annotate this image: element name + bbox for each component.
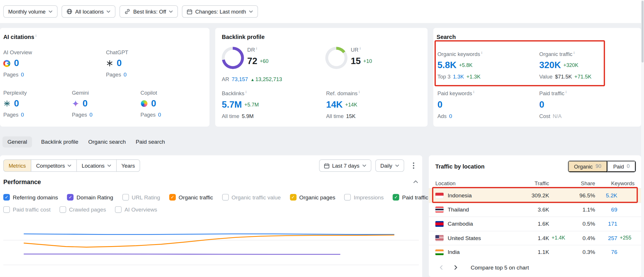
- best-links-filter[interactable]: Best links: Off: [120, 5, 178, 18]
- keywords-link[interactable]: 257: [595, 235, 617, 241]
- traffic-table-rows: Indonesia 309.2K 96.5% 5.2K Thailand 3.6…: [429, 188, 641, 259]
- column-location: Location: [435, 180, 521, 186]
- checkbox-referring-domains[interactable]: Referring domains: [3, 194, 58, 201]
- traffic-by-location-panel: Traffic by location Organic90 Paid0 Loca…: [429, 155, 641, 277]
- column-keywords: Keywords: [595, 180, 635, 186]
- chevron-left-icon[interactable]: [435, 262, 447, 273]
- tab-general[interactable]: General: [3, 136, 32, 147]
- locations-button[interactable]: Locations: [76, 160, 117, 172]
- granularity-button[interactable]: Daily: [375, 160, 404, 172]
- checkbox-url-rating[interactable]: URL Rating: [122, 194, 160, 201]
- pages-value[interactable]: 0: [89, 112, 92, 118]
- locations-filter[interactable]: All locations: [62, 5, 116, 18]
- tab-paid-search[interactable]: Paid search: [135, 136, 166, 147]
- performance-header: Performance: [3, 178, 418, 185]
- organic-traffic-value[interactable]: 320K: [539, 60, 561, 71]
- checkbox-ai-overviews[interactable]: AI Overviews: [115, 206, 157, 213]
- google-icon: [3, 60, 10, 67]
- checkbox-box: [60, 206, 66, 213]
- date-range-button[interactable]: Last 7 days: [319, 160, 371, 172]
- table-row-united-states[interactable]: United States 1.4K +1.4K 0.4% 257 +255: [429, 231, 641, 245]
- table-row-thailand[interactable]: Thailand 3.6K 1.1% 69: [429, 202, 641, 216]
- seo-dashboard: Monthly volume All locations Best links:…: [0, 0, 644, 277]
- tab-organic-search[interactable]: Organic search: [87, 136, 127, 147]
- pages-value[interactable]: 0: [158, 112, 161, 118]
- competitors-button[interactable]: Competitors: [31, 160, 77, 172]
- checkbox-box: [222, 194, 229, 201]
- paid-traffic-label: Paid traffic: [539, 90, 564, 96]
- pages-label: Pages: [72, 112, 87, 118]
- dr-metric: DR 72+60: [247, 47, 269, 66]
- paid-traffic-value[interactable]: 0: [539, 100, 544, 110]
- checkbox-box: [122, 194, 129, 201]
- checkbox-organic-traffic-value[interactable]: Organic traffic value: [222, 194, 281, 201]
- scrollbar-thumb[interactable]: [641, 1, 643, 63]
- compare-top5-link[interactable]: Compare top 5 on chart: [471, 264, 529, 270]
- ai-overview-value[interactable]: 0: [14, 58, 19, 69]
- traffic-delta: +1.4K: [549, 235, 570, 241]
- report-tabs: General Backlink profile Organic search …: [0, 136, 168, 148]
- info-icon: [566, 89, 566, 96]
- paid-keywords-metric: Paid keywords 0 Ads0: [438, 90, 474, 119]
- checkbox-organic-traffic[interactable]: Organic traffic: [169, 194, 213, 201]
- chevron-right-icon[interactable]: [450, 262, 462, 273]
- ads-value[interactable]: 0: [449, 113, 452, 119]
- ai-citations-card: AI citations AI Overview 0 Pages0 ChatGP…: [0, 28, 209, 127]
- checkbox-organic-pages[interactable]: Organic pages: [290, 194, 335, 201]
- metric-checkbox-row-2: Paid traffic cost Crawled pages AI Overv…: [3, 205, 157, 214]
- table-row-india[interactable]: India 1.1K 0.3% 76: [429, 245, 641, 259]
- pages-label: Pages: [3, 72, 18, 78]
- collapse-chevron-icon[interactable]: [413, 180, 418, 183]
- paid-keywords-value[interactable]: 0: [438, 100, 442, 110]
- checkbox-crawled-pages[interactable]: Crawled pages: [60, 206, 106, 213]
- metrics-button[interactable]: Metrics: [3, 160, 31, 172]
- up-triangle-icon: ▲: [250, 77, 254, 82]
- keywords-link[interactable]: 171: [595, 221, 617, 227]
- chevron-down-icon: [169, 10, 173, 13]
- checkbox-impressions[interactable]: Impressions: [344, 194, 384, 201]
- years-button[interactable]: Years: [116, 160, 140, 172]
- kebab-menu-icon[interactable]: [408, 160, 419, 172]
- table-row-indonesia[interactable]: Indonesia 309.2K 96.5% 5.2K: [429, 188, 641, 202]
- ar-label: AR: [222, 76, 229, 82]
- changes-filter[interactable]: Changes: Last month: [182, 5, 258, 18]
- paid-toggle-button[interactable]: Paid0: [607, 161, 636, 172]
- keywords-link[interactable]: 5.2K: [595, 192, 617, 199]
- tab-backlink-profile[interactable]: Backlink profile: [40, 136, 79, 147]
- chatgpt-value[interactable]: 0: [117, 58, 121, 69]
- checkbox-domain-rating[interactable]: Domain Rating: [67, 194, 113, 201]
- alltime-label: All time: [222, 113, 239, 119]
- gemini-value[interactable]: 0: [82, 98, 87, 109]
- organic-keywords-value[interactable]: 5.8K: [438, 60, 457, 71]
- table-row-cambodia[interactable]: Cambodia 1.6K 0.5% 171: [429, 217, 641, 231]
- monthly-volume-filter[interactable]: Monthly volume: [3, 5, 57, 18]
- ref-domains-value[interactable]: 14K: [326, 100, 343, 110]
- keywords-link[interactable]: 76: [595, 249, 617, 255]
- backlink-profile-card: Backlink profile DR 72+60 AR 73,157 ▲13,…: [215, 28, 427, 127]
- ref-domains-label: Ref. domains: [326, 90, 358, 96]
- flag-india: [435, 249, 444, 255]
- pages-value[interactable]: 0: [21, 72, 24, 78]
- monthly-volume-label: Monthly volume: [8, 8, 46, 14]
- top3-value[interactable]: 1.3K: [453, 74, 464, 80]
- perplexity-icon: [3, 100, 10, 107]
- flag-united-states: [435, 235, 444, 241]
- pages-value[interactable]: 0: [123, 72, 126, 78]
- organic-traffic-delta: +320K: [563, 62, 578, 68]
- keywords-link[interactable]: 69: [595, 207, 617, 213]
- ur-value: 15: [351, 56, 361, 67]
- checkbox-paid-traffic[interactable]: Paid traffic: [393, 194, 428, 201]
- checkbox-paid-traffic-cost[interactable]: Paid traffic cost: [3, 206, 50, 213]
- backlinks-value[interactable]: 5.7M: [222, 100, 242, 110]
- performance-chart-svg: [3, 218, 419, 275]
- organic-toggle-button[interactable]: Organic90: [568, 161, 607, 172]
- scrollbar[interactable]: [641, 0, 644, 277]
- share-value: 0.4%: [570, 235, 595, 241]
- perplexity-value[interactable]: 0: [14, 98, 19, 109]
- pages-value[interactable]: 0: [21, 112, 24, 118]
- calendar-icon: [187, 9, 193, 14]
- copilot-value[interactable]: 0: [151, 98, 156, 109]
- ur-delta: +10: [363, 58, 372, 64]
- traffic-value: 1.6K: [520, 221, 549, 227]
- ar-value[interactable]: 73,157: [232, 76, 248, 82]
